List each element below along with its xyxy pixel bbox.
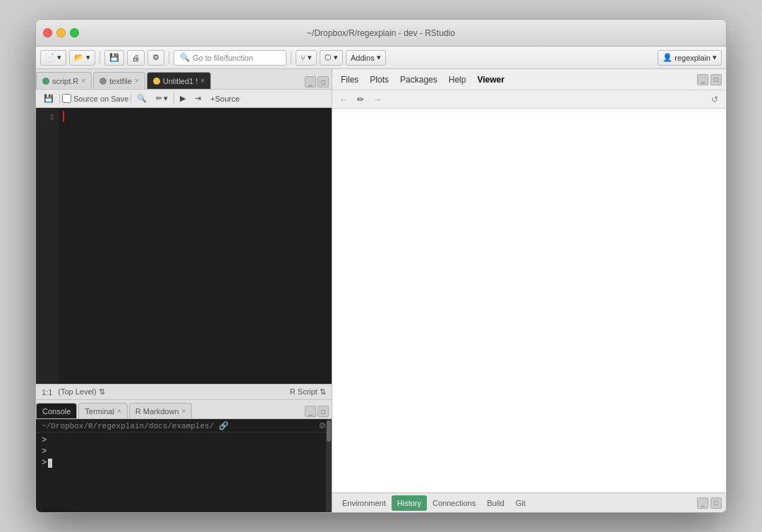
tab-label-script-r: script.R <box>52 77 78 85</box>
goto-search-icon: 🔍 <box>180 53 190 62</box>
console-scrollbar[interactable] <box>326 419 332 512</box>
source-on-save-checkbox[interactable] <box>62 94 71 103</box>
tab-close-terminal[interactable]: × <box>117 408 121 415</box>
new-file-button[interactable]: 📄 ▾ <box>40 50 66 66</box>
back-icon: ← <box>339 95 348 104</box>
bottom-right-minimize-button[interactable]: _ <box>697 497 708 509</box>
open-file-icon: 📂 <box>74 53 84 62</box>
viewer-forward-button[interactable]: → <box>370 92 385 107</box>
viewer-back-button[interactable]: ← <box>337 92 351 107</box>
console-prompt-3: > <box>42 458 326 468</box>
prompt-char-3: > <box>42 458 47 468</box>
addins-button[interactable]: Addins ▾ <box>346 50 386 66</box>
viewer-refresh-button[interactable]: ↺ <box>708 92 722 107</box>
tab-close-rmarkdown[interactable]: × <box>182 408 186 415</box>
tab-console-label: Console <box>42 407 71 416</box>
editor-toolbar-sep3 <box>174 94 174 104</box>
viewer-toolbar: ← ✏ → ↺ <box>332 90 726 109</box>
tab-build[interactable]: Build <box>481 495 509 511</box>
forward-icon: → <box>373 95 382 104</box>
tab-expand-button[interactable]: □ <box>318 76 329 87</box>
console-expand-button[interactable]: □ <box>318 406 329 417</box>
project-button[interactable]: ⬡ ▾ <box>320 50 343 66</box>
print-button[interactable]: 🖨 <box>127 50 145 66</box>
profile-arrow: ▾ <box>713 53 717 62</box>
run-next-button[interactable]: ⇥ <box>191 92 205 106</box>
open-file-button[interactable]: 📂 ▾ <box>69 50 95 66</box>
new-file-arrow: ▾ <box>57 53 61 62</box>
run-label: ▶ <box>180 94 186 103</box>
menu-packages[interactable]: Packages <box>396 73 442 86</box>
tab-icon-r <box>42 78 49 85</box>
main-toolbar: 📄 ▾ 📂 ▾ 💾 🖨 ⚙ 🔍 Go to file/function ⑂ ▾ … <box>36 47 726 69</box>
tab-environment[interactable]: Environment <box>337 495 392 511</box>
console-content[interactable]: ~/Dropbox/R/regexplain/docs/examples/ 🔗 … <box>36 419 332 512</box>
tabs-right-buttons: _ □ <box>305 76 332 89</box>
console-body[interactable]: > > > <box>36 433 332 512</box>
main-content: script.R × textfile × Untitled1 ! × <box>36 69 726 512</box>
console-area: Console Terminal × R Markdown × _ □ <box>36 399 332 512</box>
console-prompt-1: > <box>42 435 326 445</box>
project-icon: ⬡ <box>325 53 332 62</box>
tab-rmarkdown[interactable]: R Markdown × <box>129 403 193 418</box>
bottom-right-tabs: Environment History Connections Build Gi… <box>332 492 726 512</box>
tab-close-textfile[interactable]: × <box>135 78 139 85</box>
tab-git-label: Git <box>516 499 526 507</box>
tab-minimize-button[interactable]: _ <box>305 76 316 87</box>
tab-history[interactable]: History <box>392 495 427 511</box>
close-button[interactable] <box>43 28 52 37</box>
source-on-save-label: Source on Save <box>73 95 128 103</box>
tab-close-script-r[interactable]: × <box>81 78 85 85</box>
console-path-link-icon: 🔗 <box>219 422 229 430</box>
edit-icon: ✏ <box>357 95 364 104</box>
tab-label-textfile: textfile <box>109 77 132 85</box>
maximize-button[interactable] <box>70 28 79 37</box>
editor-toolbar-sep1 <box>59 94 60 104</box>
profile-button[interactable]: 👤 regexplain ▾ <box>658 50 722 66</box>
settings-button[interactable]: ⚙ <box>147 50 164 66</box>
editor-statusbar: 1:1 (Top Level) ⇅ R Script ⇅ <box>36 384 332 399</box>
code-editor[interactable]: 1 <box>36 108 332 384</box>
line-number-1: 1 <box>49 111 54 123</box>
code-tools-button[interactable]: ✏ ▾ <box>152 92 171 106</box>
right-pane-expand-button[interactable]: □ <box>710 74 722 85</box>
tab-environment-label: Environment <box>342 499 386 507</box>
tab-script-r[interactable]: script.R × <box>36 72 92 89</box>
goto-file-input[interactable]: 🔍 Go to file/function <box>174 50 286 66</box>
menu-viewer[interactable]: Viewer <box>473 73 508 86</box>
right-pane-minimize-button[interactable]: _ <box>697 74 708 85</box>
editor-area: script.R × textfile × Untitled1 ! × <box>36 69 332 399</box>
console-path-text[interactable]: ~/Dropbox/R/regexplain/docs/examples/ <box>42 422 214 430</box>
console-minimize-button[interactable]: _ <box>305 406 316 417</box>
tab-git[interactable]: Git <box>510 495 531 511</box>
rstudio-window: ~/Dropbox/R/regexplain - dev - RStudio 📄… <box>35 19 727 513</box>
git-icon: ⑂ <box>301 54 306 62</box>
tab-console[interactable]: Console <box>36 403 77 418</box>
scope-indicator[interactable]: (Top Level) ⇅ <box>58 387 104 397</box>
find-button[interactable]: 🔍 <box>133 92 150 106</box>
save-file-button[interactable]: 💾 <box>40 92 57 106</box>
file-type[interactable]: R Script ⇅ <box>290 387 326 397</box>
menu-help[interactable]: Help <box>445 73 471 86</box>
tab-close-untitled1[interactable]: × <box>200 78 205 85</box>
minimize-button[interactable] <box>56 28 66 37</box>
tab-history-label: History <box>397 499 421 507</box>
tab-connections[interactable]: Connections <box>427 495 481 511</box>
tab-terminal[interactable]: Terminal × <box>78 403 127 418</box>
menu-plots[interactable]: Plots <box>365 73 393 86</box>
save-button[interactable]: 💾 <box>104 50 124 66</box>
git-button[interactable]: ⑂ ▾ <box>296 50 317 66</box>
code-content[interactable] <box>59 108 332 384</box>
run-button[interactable]: ▶ <box>176 92 189 106</box>
left-pane: script.R × textfile × Untitled1 ! × <box>36 69 332 512</box>
source-button[interactable]: +Source <box>207 92 243 106</box>
viewer-edit-button[interactable]: ✏ <box>353 92 368 107</box>
console-cursor <box>48 459 52 468</box>
menu-files[interactable]: Files <box>337 73 363 86</box>
bottom-right-expand-button[interactable]: □ <box>710 497 722 509</box>
tab-textfile[interactable]: textfile × <box>93 72 145 89</box>
console-clear-button[interactable]: ⊘ <box>319 421 326 430</box>
tab-untitled1[interactable]: Untitled1 ! × <box>147 72 211 89</box>
save-icon: 💾 <box>109 53 119 62</box>
tab-terminal-label: Terminal <box>85 407 114 416</box>
